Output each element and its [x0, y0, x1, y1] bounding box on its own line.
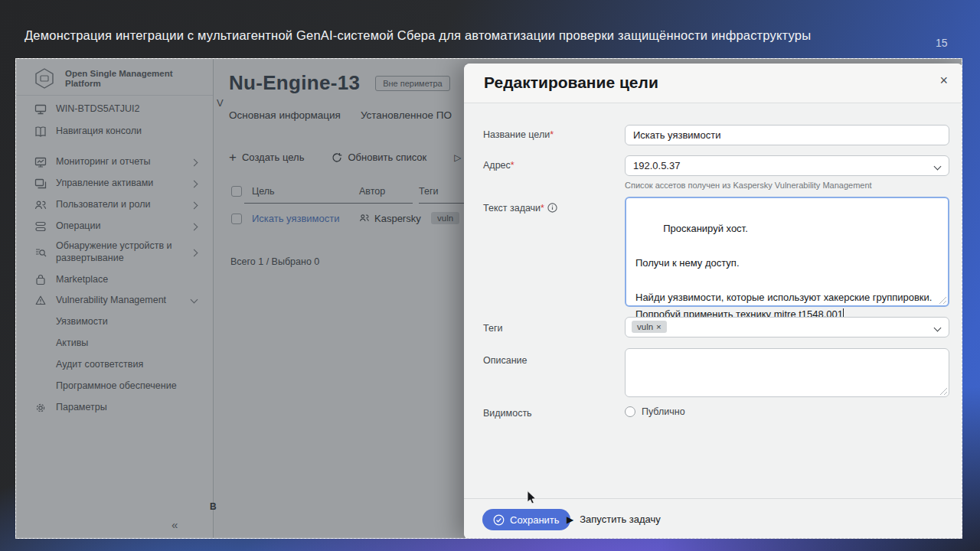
tags-select[interactable]: vuln× [625, 317, 949, 337]
play-icon: ▶ [567, 514, 573, 525]
chevron-down-icon [934, 163, 942, 171]
tag-chip-vuln[interactable]: vuln× [632, 321, 667, 333]
chip-remove-icon[interactable]: × [656, 322, 662, 331]
address-value: 192.0.5.37 [633, 160, 680, 171]
address-select[interactable]: 192.0.5.37 [625, 155, 949, 176]
chevron-down-icon [934, 324, 942, 332]
check-circle-icon [493, 514, 505, 526]
app-window: Open Single Management Platform WIN-BTDS… [15, 58, 962, 539]
slide-page-number: 15 [936, 37, 948, 49]
run-task-label: Запустить задачу [580, 514, 661, 525]
visibility-public-option[interactable]: Публично [625, 406, 685, 417]
resize-handle[interactable] [939, 387, 947, 395]
radio-icon[interactable] [625, 406, 635, 417]
name-value: Искать уязвимости [633, 129, 721, 141]
modal-title: Редактирование цели [484, 73, 658, 92]
run-task-button[interactable]: ▶ Запустить задачу [567, 514, 661, 525]
mouse-cursor [527, 491, 537, 509]
task-field-label: Текст задачи* [483, 203, 557, 214]
address-helper-text: Список ассетов получен из Kaspersky Vuln… [625, 181, 872, 190]
info-icon[interactable] [547, 203, 557, 213]
resize-handle[interactable] [939, 296, 946, 304]
visibility-field-label: Видимость [483, 408, 532, 419]
visibility-public-label: Публично [642, 406, 685, 417]
save-button[interactable]: Сохранить [482, 509, 570, 530]
description-textarea[interactable] [625, 348, 949, 397]
name-field-label: Название цели* [483, 129, 554, 140]
address-field-label: Адрес* [483, 160, 514, 171]
modal-body: Название цели* Искать уязвимости Адрес* … [464, 103, 962, 498]
name-input[interactable]: Искать уязвимости [625, 125, 949, 145]
tags-field-label: Теги [483, 323, 502, 334]
modal-header: Редактирование цели × [464, 64, 962, 103]
task-textarea[interactable]: Просканируй хост. Получи к нему доступ. … [625, 197, 949, 307]
save-button-label: Сохранить [510, 514, 560, 526]
modal-footer: Сохранить ▶ Запустить задачу [464, 498, 962, 538]
task-text: Просканируй хост. Получи к нему доступ. … [635, 223, 935, 320]
slide-title: Демонстрация интеграции с мультиагентной… [24, 28, 811, 43]
edit-target-modal: Редактирование цели × Название цели* Иск… [464, 64, 962, 538]
close-icon[interactable]: × [939, 73, 948, 89]
description-field-label: Описание [483, 355, 528, 366]
